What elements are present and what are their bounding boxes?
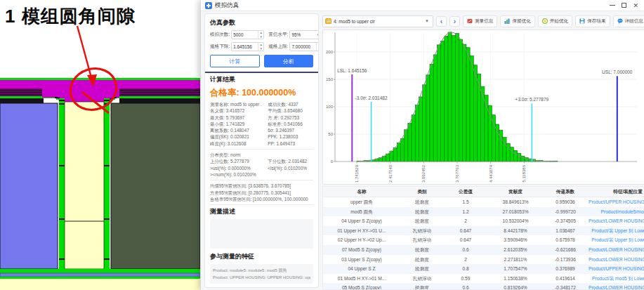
table-cell: 轮廓度 <box>400 283 444 290</box>
table-cell: 轮廓度 <box>400 245 444 255</box>
interval-row: 方差95%置信区间: [0.280775, 0.305441] <box>210 190 313 196</box>
table-cell: 1.707547% <box>487 264 544 274</box>
divider <box>205 72 318 73</box>
svg-text:USL: 7.000000: USL: 7.000000 <box>602 70 633 74</box>
table-cell: 38.849613% <box>487 197 544 207</box>
table-cell: 0.959036 <box>544 197 587 207</box>
table-header-cell[interactable]: 公差值 <box>444 187 487 197</box>
next-measurement-button[interactable]: › <box>449 16 460 27</box>
table-header-cell[interactable]: 名称 <box>323 187 400 197</box>
table-header-cell[interactable]: 贡献度 <box>487 187 544 197</box>
table-cell: 0.647 <box>444 235 487 245</box>
table-header-cell[interactable]: 类别 <box>400 187 444 197</box>
feature-link[interactable]: Product/UPPER HOUSING/UPPER HO... <box>587 264 644 274</box>
params-heading: 仿真参数 <box>210 18 313 27</box>
start-optimize-button[interactable]: 开始优化 <box>538 15 572 27</box>
table-cell: 轮廓度 <box>400 255 444 265</box>
stat-row: 离散系数: 0.1480476σ: 3.246397 <box>210 127 313 133</box>
table-cell: 05 Mod5 S Z(copy) <box>323 283 400 290</box>
analysis-panel: 4: mod5 to upper cir ▼ ‹ › 测量信息 保留优化 <box>320 11 644 290</box>
sim-count-label: 模拟次数: <box>210 32 230 38</box>
stat-row: 上分位数: 5.277879下分位数: 2.031482 <box>210 158 313 164</box>
table-row[interactable]: 03 Upper S Z(copy)轮廓度22.271811%-0.173936… <box>323 255 644 265</box>
app-icon <box>205 2 212 9</box>
feature-link[interactable]: Product/LOWER HOUSING/LOWER H... <box>587 216 644 226</box>
table-row[interactable]: 04 Upper S Z轮廓度0.81.707547%0.376989Produ… <box>323 264 644 274</box>
feature-link[interactable]: Product/装 Upper 到 LowerHousing <box>587 235 644 245</box>
stat-row: >usl(%): 0.000000%<lsl(%): 0.010200% <box>210 165 313 171</box>
save-results-button[interactable]: 保存结果 <box>575 15 610 27</box>
table-cell: 0.59 <box>444 274 487 284</box>
svg-text:150: 150 <box>326 77 334 81</box>
stat-row: 名义值: 3.416572平均值: 3.654680 <box>210 107 313 114</box>
table-row[interactable]: 01 Mod5 H XY->01 M...孔销浮动0.591.150638%0.… <box>323 274 644 284</box>
svg-text:1.741829: 1.741829 <box>355 164 359 183</box>
keep-optimize-button[interactable]: 保留优化 <box>500 15 534 27</box>
spinner-arrows-icon[interactable]: ▲▼ <box>258 43 263 51</box>
table-cell: 1.2 <box>444 207 487 217</box>
feature-line: Product: module5: module5: mod5 圆角 <box>213 267 310 274</box>
table-cell: 10.532004% <box>487 216 544 226</box>
table-row[interactable]: 07 Mod5 S Z(copy)轮廓度0.62.612035%-0.62168… <box>323 245 644 255</box>
feature-link[interactable]: Product/LOWER HOUSING/LOWER H... <box>587 245 644 255</box>
table-cell: 01 Mod5 H XY->01 M... <box>323 274 400 284</box>
spinner-arrows-icon[interactable]: ▲▼ <box>316 43 319 51</box>
table-row[interactable]: 02 Upper H Y->02 Up...孔销浮动0.6473.590946%… <box>323 235 644 245</box>
table-row[interactable]: mod5 圆角轮廓度1.227.018053%-0.999720Product/… <box>323 207 644 217</box>
sim-count-input[interactable]: 5000 ▲▼ <box>231 30 264 39</box>
table-cell: -0.374505 <box>544 216 587 226</box>
feature-link[interactable]: Product/UPPER HOUSING/UPPER HO... <box>587 197 644 207</box>
features-box: Product: module5: module5: mod5 圆角 Produ… <box>210 264 313 284</box>
calculate-button[interactable]: 计算 <box>210 55 260 67</box>
measure-info-button[interactable]: 测量信息 <box>463 15 497 27</box>
lsl-input[interactable]: 1.645156 ▲▼ <box>231 42 264 51</box>
table-row[interactable]: 01 Upper H XY->01 U...孔销浮动0.6478.442178%… <box>323 226 644 236</box>
table-cell: 04 Upper S Z <box>323 264 400 274</box>
cad-viewport[interactable]: 1 模组圆角间隙 <box>0 0 200 290</box>
table-cell: 孔销浮动 <box>400 235 444 245</box>
feature-link[interactable]: Product/LOWER HOUSING/LOWER H... <box>587 255 644 265</box>
table-row[interactable]: upper 圆角轮廓度1.538.849613%0.959036Product/… <box>323 197 644 207</box>
histogram-chart: 0501001502001.7418292.4171403.0924523.76… <box>323 30 639 184</box>
interval-row: 均值95%置信区间: [3.638576, 3.670785] <box>210 183 313 189</box>
pass-rate: 合格率: 100.000000% <box>210 87 313 99</box>
table-cell: 03 Upper S Z(copy) <box>323 255 400 265</box>
close-icon[interactable]: ✕ <box>633 2 638 9</box>
table-cell: mod5 圆角 <box>323 207 400 217</box>
confidence-select[interactable]: 95% ▼ <box>289 30 319 39</box>
feature-link[interactable]: Product/装 Upper 到 LowerHousing <box>587 226 644 236</box>
measure-info-icon <box>467 18 473 24</box>
table-cell: 孔销浮动 <box>400 274 444 284</box>
measurement-select[interactable]: 4: mod5 to upper cir ▼ <box>322 15 433 27</box>
table-cell: 0.647 <box>444 226 487 236</box>
table-header-cell[interactable]: 传递系数 <box>544 187 587 197</box>
feature-link[interactable]: Product/module5/module5 <box>587 207 644 217</box>
measure-desc-box[interactable] <box>210 219 313 249</box>
feature-link[interactable]: Product/LOWER HOUSING/LOWER H... <box>587 283 644 290</box>
minimize-icon[interactable] <box>610 5 615 6</box>
cad-drawing <box>0 0 200 290</box>
table-cell: 2.612035% <box>487 245 544 255</box>
analyze-button[interactable]: 分析 <box>264 55 314 67</box>
detail-info-button[interactable]: 详细信息 <box>613 15 644 27</box>
table-cell: 轮廓度 <box>400 264 444 274</box>
stat-row: 分布类型: norm <box>210 152 313 158</box>
svg-text:3.092452: 3.092452 <box>421 164 426 183</box>
table-row[interactable]: 04 Upper S Z(copy)轮廓度210.532004%-0.37450… <box>323 216 644 226</box>
table-row[interactable]: 05 Mod5 S Z(copy)轮廓度0.60.819264%-0.34817… <box>323 283 644 290</box>
lsl-label: 规格下限: <box>210 44 230 50</box>
feature-line: Product: UPPER HOUSING: UPPER HOUSING: u… <box>213 274 310 281</box>
chevron-down-icon: ▼ <box>423 19 431 23</box>
dialog-titlebar: 模拟仿真 ✕ <box>201 0 644 11</box>
prev-measurement-button[interactable]: ‹ <box>436 16 447 27</box>
usl-input[interactable]: 7.000000 ▲▼ <box>289 42 319 51</box>
table-cell: -0.621686 <box>544 245 587 255</box>
maximize-icon[interactable] <box>622 3 626 8</box>
table-header-cell[interactable]: 特征/装配位置 <box>587 187 644 197</box>
svg-text:3.767763: 3.767763 <box>455 164 459 183</box>
svg-text:LSL: 1.645156: LSL: 1.645156 <box>337 68 367 73</box>
table-cell: 轮廓度 <box>400 197 444 207</box>
spinner-arrows-icon[interactable]: ▲▼ <box>258 31 263 39</box>
feature-link[interactable]: Product/装 mod5 到 LowerHousing <box>587 274 644 284</box>
table-cell: 0.6 <box>444 283 487 290</box>
